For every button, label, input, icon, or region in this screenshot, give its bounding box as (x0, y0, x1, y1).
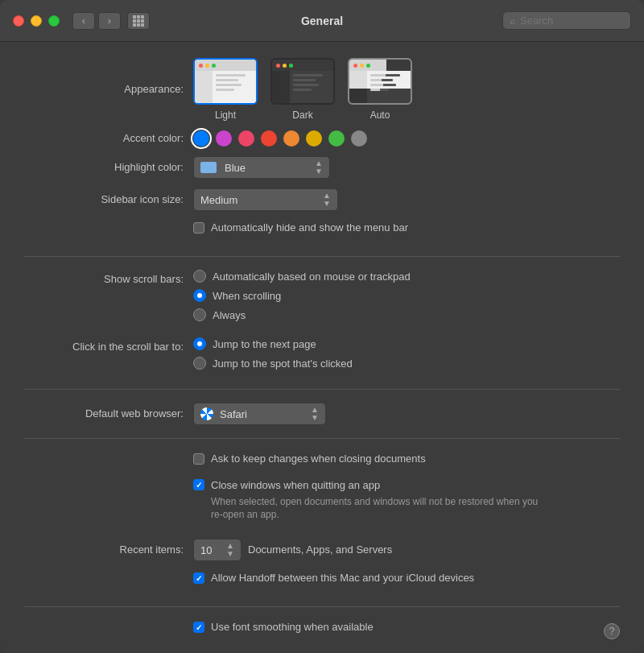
scroll-auto-label: Automatically based on mouse or trackpad (213, 271, 411, 283)
minimize-button[interactable] (31, 15, 42, 27)
sidebar-icon-size-row: Sidebar icon size: Medium ▲▼ (24, 188, 620, 211)
font-smoothing-section: Use font smoothing when available ? (24, 620, 620, 643)
recent-items-controls: 10 ▲▼ Documents, Apps, and Servers (193, 539, 392, 561)
accent-graphite[interactable] (351, 130, 367, 147)
browser-value: Safari (220, 408, 247, 420)
accent-purple[interactable] (216, 130, 232, 147)
accent-blue[interactable] (193, 130, 209, 147)
scroll-when-scrolling-radio[interactable] (193, 289, 206, 302)
ask-changes-label: Ask to keep changes when closing documen… (211, 452, 426, 466)
close-windows-label: Close windows when quitting an app (211, 479, 380, 491)
menu-bar-checkbox[interactable] (193, 222, 204, 234)
accent-pink[interactable] (238, 130, 254, 147)
nav-buttons: ‹ › (72, 12, 150, 30)
search-input[interactable] (520, 14, 624, 27)
click-next-page-radio[interactable] (193, 337, 206, 350)
scroll-bars-label: Show scroll bars: (24, 270, 193, 287)
divider-2 (24, 389, 620, 390)
handoff-checkbox-label: Allow Handoff between this Mac and your … (211, 571, 474, 585)
close-windows-row: Close windows when quitting an app When … (193, 477, 549, 521)
scroll-always-row: Always (193, 308, 411, 321)
traffic-lights (13, 15, 60, 27)
accent-colors (193, 130, 367, 147)
docs-row: Ask to keep changes when closing documen… (24, 452, 620, 529)
handoff-checkbox[interactable] (193, 572, 204, 584)
sidebar-icon-size-dropdown[interactable]: Medium ▲▼ (193, 188, 338, 211)
recent-items-dropdown[interactable]: 10 ▲▼ (193, 539, 242, 561)
browser-row: Default web browser: Safari ▲▼ (24, 403, 620, 425)
grid-button[interactable] (127, 12, 150, 30)
font-smoothing-controls: Use font smoothing when available ? (193, 620, 620, 643)
ask-changes-checkbox[interactable] (193, 453, 204, 465)
recent-items-suffix: Documents, Apps, and Servers (248, 543, 392, 557)
docs-options: Ask to keep changes when closing documen… (193, 452, 549, 529)
appearance-dark-label: Dark (292, 110, 312, 121)
browser-dropdown-arrows-icon: ▲▼ (311, 406, 319, 422)
safari-icon (200, 407, 213, 420)
click-scroll-options: Jump to the next page Jump to the spot t… (193, 337, 353, 376)
scroll-always-radio[interactable] (193, 308, 206, 321)
dropdown-arrows-2-icon: ▲▼ (323, 192, 331, 208)
accent-yellow[interactable] (306, 130, 322, 147)
documents-section: Ask to keep changes when closing documen… (24, 452, 620, 593)
scroll-auto-radio[interactable] (193, 270, 206, 283)
search-icon: ⌕ (510, 15, 515, 27)
accent-green[interactable] (328, 130, 345, 147)
click-scroll-row: Click in the scroll bar to: Jump to the … (24, 337, 620, 376)
maximize-button[interactable] (48, 15, 60, 27)
scroll-always-label: Always (213, 309, 246, 321)
appearance-thumb-auto[interactable] (348, 58, 412, 105)
browser-dropdown[interactable]: Safari ▲▼ (193, 403, 326, 425)
highlight-color-label: Highlight color: (24, 159, 193, 176)
scroll-when-scrolling-label: When scrolling (213, 290, 281, 302)
scroll-bars-row: Show scroll bars: Automatically based on… (24, 270, 620, 328)
accent-red[interactable] (261, 130, 277, 147)
scroll-bars-options: Automatically based on mouse or trackpad… (193, 270, 411, 328)
click-scroll-label: Click in the scroll bar to: (24, 337, 193, 355)
search-box[interactable]: ⌕ (502, 11, 631, 30)
font-smoothing-checkbox-row: Use font smoothing when available (193, 620, 597, 634)
appearance-label: Appearance: (24, 81, 193, 97)
close-windows-checkbox[interactable] (193, 479, 204, 490)
highlight-color-value: Blue (225, 162, 246, 174)
accent-orange[interactable] (283, 130, 299, 147)
appearance-dark[interactable]: Dark (270, 58, 335, 121)
sidebar-icon-size-value: Medium (200, 194, 237, 206)
window-title: General (301, 14, 343, 27)
divider-1 (24, 256, 620, 257)
recent-items-value: 10 (200, 544, 212, 556)
forward-button[interactable]: › (98, 12, 121, 30)
click-spot-label: Jump to the spot that's clicked (213, 357, 353, 370)
content-area: Appearance: (0, 42, 644, 653)
back-button[interactable]: ‹ (72, 12, 95, 30)
help-button[interactable]: ? (604, 623, 620, 639)
appearance-thumb-dark[interactable] (270, 58, 335, 105)
accent-color-label: Accent color: (24, 130, 193, 147)
window: ‹ › General ⌕ Appearance: (0, 0, 644, 653)
click-next-page-label: Jump to the next page (213, 338, 316, 350)
appearance-options: Light (193, 58, 412, 121)
highlight-color-dropdown[interactable]: Blue ▲▼ (193, 156, 330, 179)
appearance-auto-label: Auto (370, 110, 390, 121)
grid-icon (133, 15, 144, 27)
font-smoothing-checkbox[interactable] (193, 622, 204, 633)
click-spot-row: Jump to the spot that's clicked (193, 357, 353, 370)
appearance-light[interactable]: Light (193, 58, 258, 121)
close-windows-sublabel: When selected, open documents and window… (211, 495, 549, 521)
scroll-when-scrolling-row: When scrolling (193, 289, 411, 302)
recent-items-row: Recent items: 10 ▲▼ Documents, Apps, and… (24, 539, 620, 561)
accent-color-row: Accent color: (24, 130, 620, 147)
appearance-auto[interactable]: Auto (348, 58, 412, 121)
handoff-checkbox-row: Allow Handoff between this Mac and your … (193, 571, 474, 585)
font-smoothing-row: Use font smoothing when available ? (24, 620, 620, 643)
close-button[interactable] (13, 15, 24, 27)
highlight-color-row: Highlight color: Blue ▲▼ (24, 156, 620, 179)
browser-label: Default web browser: (24, 406, 193, 422)
click-spot-radio[interactable] (193, 357, 206, 370)
recent-items-label: Recent items: (24, 542, 193, 558)
scroll-bars-section: Show scroll bars: Automatically based on… (24, 270, 620, 376)
click-next-page-row: Jump to the next page (193, 337, 353, 350)
appearance-thumb-light[interactable] (193, 58, 258, 105)
font-smoothing-checkbox-label: Use font smoothing when available (211, 620, 374, 634)
dropdown-arrows-icon: ▲▼ (315, 159, 323, 176)
